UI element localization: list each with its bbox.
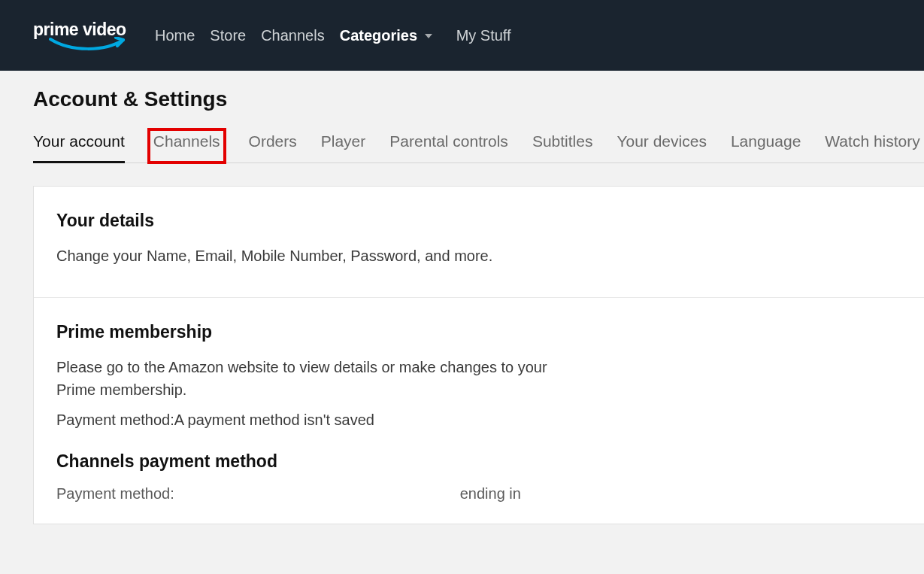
settings-tabs: Your account Channels Orders Player Pare… (33, 132, 924, 163)
your-details-heading: Your details (56, 211, 901, 231)
page-title: Account & Settings (33, 87, 924, 111)
tab-player[interactable]: Player (321, 132, 366, 162)
top-nav: prime video Home Store Channels Categori… (0, 0, 924, 71)
channels-payment-label: Payment method: (56, 485, 174, 503)
settings-card: Your details Change your Name, Email, Mo… (33, 186, 924, 524)
prime-payment-method-line: Payment method:A payment method isn't sa… (56, 412, 901, 429)
tab-subtitles[interactable]: Subtitles (532, 132, 593, 162)
page: Account & Settings Your account Channels… (0, 71, 924, 524)
tab-your-devices[interactable]: Your devices (617, 132, 706, 162)
tab-parental-controls[interactable]: Parental controls (389, 132, 508, 162)
chevron-down-icon (425, 34, 432, 38)
logo-text: prime video (33, 21, 126, 38)
nav-categories-label: Categories (340, 27, 417, 44)
nav-categories[interactable]: Categories (340, 27, 432, 44)
prime-membership-body: Please go to the Amazon website to view … (56, 356, 568, 401)
your-details-body: Change your Name, Email, Mobile Number, … (56, 244, 568, 267)
nav-store[interactable]: Store (210, 27, 246, 44)
section-prime-membership: Prime membership Please go to the Amazon… (34, 298, 924, 524)
tab-watch-history[interactable]: Watch history (825, 132, 919, 162)
tab-your-account[interactable]: Your account (33, 132, 125, 162)
channels-payment-ending: ending in (460, 485, 521, 503)
nav-links: Home Store Channels Categories My Stuff (155, 27, 511, 44)
nav-home[interactable]: Home (155, 27, 195, 44)
channels-payment-heading: Channels payment method (56, 451, 901, 472)
tab-orders[interactable]: Orders (249, 132, 297, 162)
prime-video-logo[interactable]: prime video (33, 21, 131, 50)
tab-channels[interactable]: Channels (149, 129, 225, 162)
tab-language[interactable]: Language (731, 132, 801, 162)
section-your-details[interactable]: Your details Change your Name, Email, Mo… (34, 187, 924, 298)
channels-payment-row: Payment method: ending in (56, 485, 901, 503)
prime-membership-heading: Prime membership (56, 322, 901, 342)
nav-channels[interactable]: Channels (261, 27, 325, 44)
smile-arrow-icon (33, 38, 131, 50)
nav-mystuff[interactable]: My Stuff (456, 27, 511, 44)
